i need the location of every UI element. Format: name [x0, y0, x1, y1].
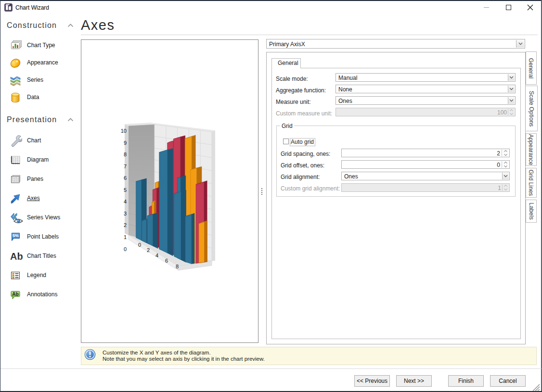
- svg-text:4: 4: [155, 253, 158, 258]
- svg-text:3: 3: [124, 211, 127, 216]
- svg-text:Ab: Ab: [12, 291, 18, 297]
- svg-text:5: 5: [124, 187, 127, 193]
- svg-text:8: 8: [124, 152, 127, 157]
- svg-text:0: 0: [138, 242, 141, 248]
- svg-text:8: 8: [176, 264, 179, 269]
- svg-text:10: 10: [121, 128, 127, 134]
- svg-text:6: 6: [165, 258, 168, 264]
- svg-text:2: 2: [124, 222, 127, 228]
- svg-text:5%: 5%: [13, 233, 19, 238]
- svg-text:7: 7: [124, 164, 127, 169]
- svg-text:6: 6: [124, 175, 127, 181]
- svg-text:2: 2: [147, 247, 150, 253]
- svg-text:0: 0: [124, 246, 127, 252]
- svg-text:1: 1: [124, 234, 127, 240]
- svg-text:4: 4: [124, 199, 127, 204]
- svg-text:Ab: Ab: [10, 251, 23, 262]
- svg-text:9: 9: [124, 140, 127, 146]
